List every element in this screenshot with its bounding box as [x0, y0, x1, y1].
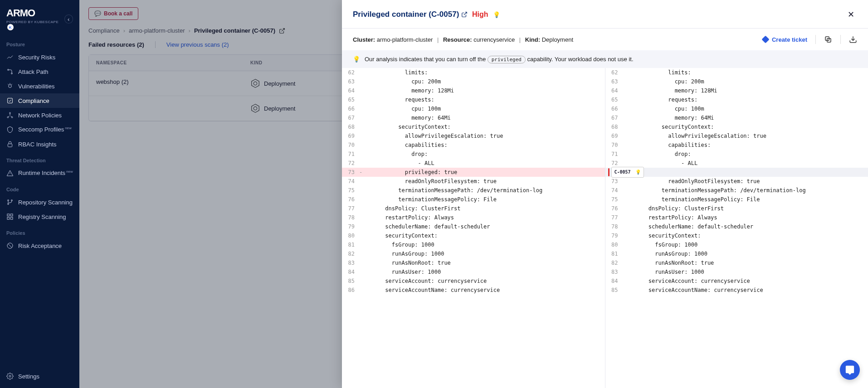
external-link-icon[interactable]	[461, 11, 468, 17]
diff-line: 78 restartPolicy: Always	[342, 213, 605, 222]
svg-rect-15	[7, 214, 10, 216]
sidebar-item-compliance[interactable]: Compliance	[0, 93, 79, 108]
sidebar-item-repository-scanning[interactable]: Repository Scanning	[0, 195, 79, 209]
diff-line: 66 cpu: 100m	[605, 104, 868, 113]
drawer-title: Privileged container (C-0057)	[353, 10, 468, 19]
yaml-diff: 62 limits:63 cpu: 200m64 memory: 128Mi65…	[342, 68, 868, 388]
trend-icon	[6, 53, 14, 61]
diff-line: 72 - ALL	[342, 159, 605, 168]
svg-rect-16	[10, 214, 13, 216]
diff-line: 79 schedulerName: default-scheduler	[342, 222, 605, 231]
hint-bar: 💡 Our analysis indicates that you can tu…	[342, 50, 868, 68]
sidebar-item-rbac-insights[interactable]: RBAC Insights	[0, 137, 79, 151]
svg-point-1	[11, 73, 13, 74]
diff-line: 74 terminationMessagePath: /dev/terminat…	[605, 186, 868, 195]
svg-point-21	[9, 375, 11, 377]
kubescape-icon: K	[7, 24, 14, 30]
svg-point-2	[9, 85, 12, 88]
diff-line: 77 restartPolicy: Always	[605, 213, 868, 222]
path-icon	[6, 68, 14, 75]
sidebar-item-runtime-incidents[interactable]: Runtime Incidentsnew	[0, 166, 79, 180]
copy-icon[interactable]	[824, 35, 832, 44]
diff-line: 77 dnsPolicy: ClusterFirst	[342, 204, 605, 213]
eye-off-icon	[6, 242, 14, 249]
sidebar-item-seccomp-profiles[interactable]: Seccomp Profilesnew	[0, 122, 79, 137]
sidebar-item-risk-acceptance[interactable]: Risk Acceptance	[0, 238, 79, 253]
network-icon	[6, 112, 14, 119]
svg-point-7	[10, 112, 11, 114]
diff-line: 63 cpu: 200m	[342, 77, 605, 86]
svg-point-13	[8, 204, 9, 205]
svg-rect-10	[8, 144, 12, 147]
diff-line: 72 - ALL	[605, 159, 868, 168]
diff-line: 83 runAsNonRoot: true	[342, 258, 605, 267]
diff-line: 66 cpu: 100m	[342, 104, 605, 113]
diff-line: 80 securityContext:	[342, 231, 605, 240]
sidebar-item-network-policies[interactable]: Network Policies	[0, 108, 79, 122]
sidebar-item-label: Runtime Incidentsnew	[18, 170, 73, 176]
svg-rect-6	[8, 98, 13, 103]
svg-point-14	[11, 200, 13, 201]
sidebar-item-vulnerabilities[interactable]: Vulnerabilities	[0, 79, 79, 93]
diff-line: 75 terminationMessagePolicy: File	[605, 195, 868, 204]
diff-line: 65 requests:	[342, 95, 605, 104]
diff-line: 71 drop:	[342, 150, 605, 159]
shield-icon	[6, 126, 14, 133]
diff-line: 82 runAsNonRoot: true	[605, 258, 868, 267]
sidebar-item-attack-path[interactable]: Attack Path	[0, 64, 79, 79]
lightbulb-icon[interactable]: 💡	[493, 11, 500, 18]
diff-line: 78 schedulerName: default-scheduler	[605, 222, 868, 231]
diff-line: 80 fsGroup: 1000	[605, 240, 868, 249]
diff-line: 75 terminationMessagePath: /dev/terminat…	[342, 186, 605, 195]
diff-line: 82 runAsGroup: 1000	[342, 249, 605, 258]
svg-rect-17	[7, 217, 10, 219]
alert-icon	[6, 170, 14, 177]
diff-fixed[interactable]: 62 limits:63 cpu: 200m64 memory: 128Mi65…	[605, 68, 868, 388]
sidebar-item-label: Registry Scanning	[18, 213, 66, 220]
diff-line: 64 memory: 128Mi	[605, 86, 868, 95]
svg-rect-18	[10, 217, 13, 219]
sidebar-item-label: Compliance	[18, 97, 49, 104]
svg-rect-28	[762, 36, 769, 43]
sidebar-item-label: Risk Acceptance	[18, 242, 62, 249]
sidebar-collapse-button[interactable]: ‹	[64, 15, 73, 24]
check-icon	[6, 97, 14, 104]
diff-line: 70 capabilities:	[342, 141, 605, 150]
diff-original[interactable]: 62 limits:63 cpu: 200m64 memory: 128Mi65…	[342, 68, 605, 388]
sidebar-item-label: Attack Path	[18, 68, 48, 75]
sidebar-item-label: Network Policies	[18, 112, 62, 119]
diff-line: 67 memory: 64Mi	[605, 113, 868, 122]
branch-icon	[6, 199, 14, 206]
diff-line: 65 requests:	[605, 95, 868, 104]
diff-line: 62 limits:	[605, 68, 868, 77]
diff-line: 62 limits:	[342, 68, 605, 77]
diff-line: 73 readOnlyRootFilesystem: true	[605, 177, 868, 186]
diff-line: 63 cpu: 200m	[605, 77, 868, 86]
gear-icon	[6, 373, 14, 380]
diff-line: 83 runAsUser: 1000	[605, 267, 868, 276]
diff-line: 81 runAsGroup: 1000	[605, 249, 868, 258]
sidebar-item-label: Settings	[18, 373, 39, 380]
sidebar-section-label: Threat Detection	[0, 151, 79, 166]
svg-point-0	[8, 69, 9, 71]
sidebar-section-label: Policies	[0, 224, 79, 238]
sidebar-section-label: Posture	[0, 35, 79, 50]
download-icon[interactable]	[849, 35, 857, 44]
diff-line: 76 terminationMessagePolicy: File	[342, 195, 605, 204]
lightbulb-icon: 💡	[353, 56, 360, 63]
close-button[interactable]: ✕	[844, 8, 857, 21]
sidebar-item-label: Security Risks	[18, 54, 55, 61]
sidebar-item-registry-scanning[interactable]: Registry Scanning	[0, 209, 79, 224]
logo-tagline: POWERED BY KUBESCAPEK	[6, 20, 64, 31]
sidebar-item-security-risks[interactable]: Security Risks	[0, 50, 79, 64]
resource-metadata: Cluster: armo-platform-cluster | Resourc…	[353, 36, 573, 43]
sidebar-item-label: Vulnerabilities	[18, 83, 54, 90]
sidebar-section-label: Code	[0, 180, 79, 195]
control-badge[interactable]: C-0057 💡	[611, 167, 644, 178]
diff-line: 85 serviceAccount: currencyservice	[342, 276, 605, 286]
chat-widget-button[interactable]	[840, 360, 860, 380]
create-ticket-button[interactable]: Create ticket	[762, 36, 807, 43]
diff-line: 69 allowPrivilegeEscalation: true	[605, 131, 868, 141]
sidebar-item-settings[interactable]: Settings	[0, 369, 79, 383]
sidebar: ARMO POWERED BY KUBESCAPEK ‹ PostureSecu…	[0, 0, 79, 388]
